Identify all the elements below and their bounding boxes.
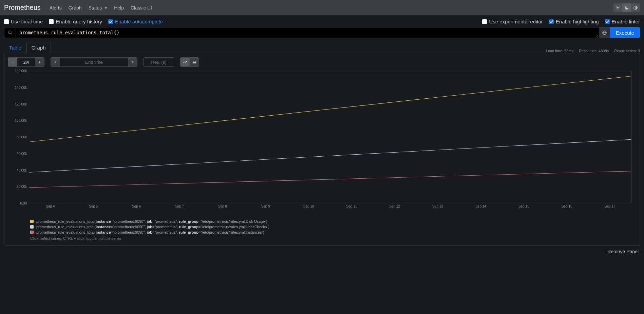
x-tick-label: Sep 16 — [562, 204, 572, 208]
option-enable-query-history[interactable]: Enable query history — [49, 19, 102, 24]
x-tick-label: Sep 15 — [518, 204, 529, 208]
chart-series-line — [29, 171, 631, 188]
theme-light-button[interactable] — [613, 3, 622, 12]
svg-point-10 — [8, 31, 11, 34]
legend-item[interactable]: prometheus_rule_evaluations_total{instan… — [30, 225, 636, 229]
nav-status-label: Status — [89, 5, 102, 11]
graph-panel: 0.0020.00k40.00k60.00k80.00k100.00k120.0… — [4, 53, 640, 246]
y-tick-label: 0.00 — [20, 201, 27, 205]
nav-help[interactable]: Help — [111, 5, 127, 11]
theme-dark-button[interactable] — [622, 3, 631, 12]
x-tick-label: Sep 17 — [605, 204, 615, 208]
expression-input[interactable] — [16, 27, 599, 38]
option-label: Enable query history — [56, 19, 102, 24]
checkbox-icon — [49, 19, 54, 24]
stat-resolution: Resolution: 4838s — [579, 49, 609, 53]
checkbox-icon — [108, 19, 113, 24]
nav-status[interactable]: Status — [85, 5, 111, 11]
plot-area[interactable] — [29, 70, 636, 209]
stat-series: Result series: 3 — [614, 49, 640, 53]
nav-graph[interactable]: Graph — [65, 5, 85, 11]
option-label: Use local time — [11, 19, 43, 24]
legend-item[interactable]: prometheus_rule_evaluations_total{instan… — [30, 219, 636, 223]
x-tick-label: Sep 6 — [132, 204, 141, 208]
contrast-icon — [633, 5, 638, 10]
option-enable-autocomplete[interactable]: Enable autocomplete — [108, 19, 163, 24]
legend-hint: Click: select series, CTRL + click: togg… — [8, 236, 636, 240]
legend: prometheus_rule_evaluations_total{instan… — [8, 219, 636, 234]
y-tick-label: 140.00k — [15, 85, 27, 89]
theme-auto-button[interactable] — [631, 3, 640, 12]
chart-type-stacked-button[interactable] — [190, 57, 199, 67]
stat-loadtime: Load time: 58ms — [546, 49, 573, 53]
plus-icon — [38, 60, 42, 64]
minus-icon — [11, 60, 15, 64]
endtime-prev-button[interactable] — [51, 57, 60, 67]
x-tick-label: Sep 11 — [346, 204, 357, 208]
option-use-local-time[interactable]: Use local time — [4, 19, 43, 24]
endtime-group — [51, 57, 137, 67]
x-tick-label: Sep 12 — [389, 204, 400, 208]
chevron-left-icon — [53, 60, 57, 64]
range-input[interactable] — [17, 57, 35, 67]
range-decrease-button[interactable] — [8, 57, 17, 67]
x-tick-label: Sep 5 — [89, 204, 98, 208]
nav-alerts[interactable]: Alerts — [46, 5, 65, 11]
range-group — [8, 57, 44, 67]
checkbox-icon — [482, 19, 487, 24]
svg-line-11 — [11, 33, 12, 35]
legend-item[interactable]: prometheus_rule_evaluations_total{instan… — [30, 230, 636, 234]
area-chart-icon — [192, 60, 197, 64]
nav-classic[interactable]: Classic UI — [127, 5, 155, 11]
y-tick-label: 60.00k — [17, 152, 27, 155]
open-external-button[interactable] — [599, 27, 610, 38]
options-bar: Use local timeEnable query historyEnable… — [0, 15, 644, 27]
option-enable-linter[interactable]: Enable linter — [605, 19, 640, 24]
query-stats: Load time: 58ms Resolution: 4838s Result… — [546, 49, 640, 53]
x-tick-label: Sep 4 — [46, 204, 55, 208]
x-axis: Sep 4Sep 5Sep 6Sep 7Sep 8Sep 9Sep 10Sep … — [29, 204, 631, 209]
chart-svg — [29, 71, 631, 203]
x-tick-label: Sep 10 — [303, 204, 314, 208]
legend-label: prometheus_rule_evaluations_total{instan… — [36, 219, 267, 223]
svg-line-8 — [619, 6, 619, 6]
y-tick-label: 120.00k — [15, 102, 27, 106]
svg-point-0 — [617, 7, 619, 8]
result-tabs: Table Graph — [4, 41, 51, 53]
lint-underline — [19, 35, 109, 35]
x-tick-label: Sep 9 — [261, 204, 270, 208]
caret-down-icon — [105, 7, 107, 9]
option-label: Enable linter — [612, 19, 640, 24]
query-row: Execute — [0, 27, 644, 38]
execute-button[interactable]: Execute — [610, 27, 640, 38]
globe-icon — [602, 30, 607, 35]
graph-controls — [8, 57, 636, 67]
moon-icon — [624, 5, 629, 10]
option-enable-highlighting[interactable]: Enable highlighting — [549, 19, 599, 24]
x-tick-label: Sep 14 — [475, 204, 486, 208]
chevron-right-icon — [131, 60, 135, 64]
tab-graph[interactable]: Graph — [26, 42, 51, 53]
brand[interactable]: Prometheus — [4, 4, 41, 12]
y-tick-label: 80.00k — [17, 135, 27, 139]
tab-table[interactable]: Table — [4, 42, 26, 53]
metrics-explorer-button[interactable] — [4, 27, 16, 38]
option-label: Enable highlighting — [556, 19, 599, 24]
resolution-input[interactable] — [144, 57, 174, 67]
legend-label: prometheus_rule_evaluations_total{instan… — [36, 225, 269, 229]
checkbox-icon — [605, 19, 610, 24]
chart-type-line-button[interactable] — [180, 57, 190, 67]
sun-icon — [615, 5, 620, 10]
range-increase-button[interactable] — [35, 57, 44, 67]
endtime-input[interactable] — [60, 57, 128, 67]
remove-panel-button[interactable]: Remove Panel — [607, 249, 639, 254]
option-use-experimental-editor[interactable]: Use experimental editor — [482, 19, 543, 24]
option-label: Enable autocomplete — [115, 19, 163, 24]
legend-swatch — [30, 220, 34, 223]
svg-line-6 — [619, 8, 619, 9]
resize-handle[interactable] — [595, 34, 599, 37]
endtime-next-button[interactable] — [128, 57, 137, 67]
x-tick-label: Sep 7 — [175, 204, 184, 208]
x-tick-label: Sep 8 — [218, 204, 227, 208]
theme-switcher — [613, 3, 640, 12]
